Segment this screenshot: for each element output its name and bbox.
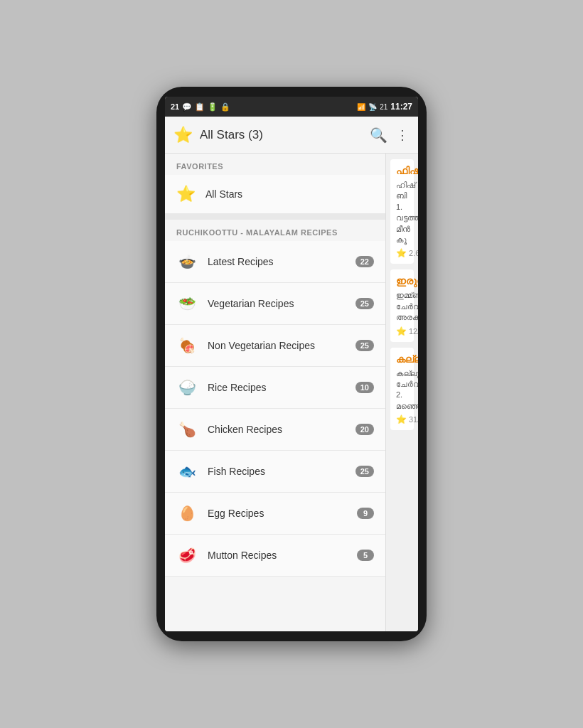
rice-label: Rice Recipes [208, 382, 355, 393]
status-bar: 21 💬 📋 🔋 🔒 📶 📡 21 11:27 [165, 97, 418, 117]
side-card-1-text: ഇമ്മ്ണ്ചേർവക്അരക്കി [396, 290, 408, 323]
rating-star-2: ⭐ [396, 414, 407, 424]
rating-value-2: 31/10 [409, 415, 418, 424]
navigation-drawer: FAVORITES ⭐ All Stars RUCHIKOOTTU - MALA… [165, 154, 385, 631]
mutton-badge: 5 [357, 550, 374, 561]
vegetarian-badge: 25 [355, 298, 374, 309]
side-card-1-rating: ⭐ 12/12 [396, 326, 408, 336]
nav-item-chicken[interactable]: 🍗 Chicken Recipes 20 [165, 409, 385, 451]
nonveg-label: Non Vegetarian Recipes [208, 340, 355, 351]
side-card-1[interactable]: ഇരുന് ഇമ്മ്ണ്ചേർവക്അരക്കി ⭐ 12/12 [390, 269, 414, 341]
wifi-icon: 📶 [357, 103, 365, 111]
latest-label: Latest Recipes [208, 256, 355, 267]
chicken-icon: 🍗 [176, 419, 198, 440]
nonveg-badge: 25 [355, 340, 374, 351]
section-divider [165, 214, 385, 220]
msg-icon: 📋 [195, 102, 205, 112]
phone-device: 21 💬 📋 🔋 🔒 📶 📡 21 11:27 ⭐ All Stars (3) … [156, 87, 427, 641]
side-card-2-title: കല്ലും [396, 353, 408, 365]
nav-item-egg[interactable]: 🥚 Egg Recipes 9 [165, 493, 385, 535]
side-card-2-text: കല്ലുമ്മചേർവക്2. മഞ്ഞൊ [396, 368, 408, 412]
rice-icon: 🍚 [176, 377, 198, 398]
more-button[interactable]: ⋮ [396, 127, 410, 143]
nav-item-nonveg[interactable]: 🍖 Non Vegetarian Recipes 25 [165, 325, 385, 367]
all-stars-item[interactable]: ⭐ All Stars [165, 175, 385, 214]
vegetarian-label: Vegetarian Recipes [208, 298, 355, 309]
side-card-0-text: ഹിഷ് ബി1. വട്ടത്ത്മീൻ കൂ [396, 180, 408, 245]
chicken-label: Chicken Recipes [208, 424, 355, 435]
nav-item-fish[interactable]: 🐟 Fish Recipes 25 [165, 451, 385, 493]
rating-star-0: ⭐ [396, 248, 407, 258]
all-stars-icon: ⭐ [176, 185, 196, 203]
side-card-2[interactable]: കല്ലും കല്ലുമ്മചേർവക്2. മഞ്ഞൊ ⭐ 31/10 [390, 348, 414, 431]
fish-label: Fish Recipes [208, 466, 355, 477]
side-card-2-rating: ⭐ 31/10 [396, 414, 408, 424]
favorites-header: FAVORITES [165, 154, 385, 175]
phone-screen: 21 💬 📋 🔋 🔒 📶 📡 21 11:27 ⭐ All Stars (3) … [165, 97, 418, 631]
nav-item-vegetarian[interactable]: 🥗 Vegetarian Recipes 25 [165, 283, 385, 325]
fish-badge: 25 [355, 466, 374, 477]
latest-badge: 22 [355, 256, 374, 267]
status-right: 📶 📡 21 11:27 [357, 102, 412, 112]
latest-icon: 🍲 [176, 251, 198, 272]
mutton-label: Mutton Recipes [208, 550, 357, 561]
side-card-0-rating: ⭐ 2.6/1 [396, 248, 408, 258]
rating-value-0: 2.6/1 [409, 249, 418, 257]
side-card-0[interactable]: ഫിഷ് ഹിഷ് ബി1. വട്ടത്ത്മീൻ കൂ ⭐ 2.6/1 [390, 159, 414, 264]
status-left: 21 💬 📋 🔋 🔒 [171, 102, 230, 112]
app-title: All Stars (3) [200, 128, 370, 142]
all-stars-label: All Stars [205, 188, 242, 200]
mutton-icon: 🥩 [176, 545, 198, 566]
side-card-1-title: ഇരുന് [396, 275, 408, 287]
nav-item-mutton[interactable]: 🥩 Mutton Recipes 5 [165, 535, 385, 577]
content-area: FAVORITES ⭐ All Stars RUCHIKOOTTU - MALA… [165, 154, 418, 631]
battery-pct: 21 [380, 103, 387, 111]
side-card-0-title: ഫിഷ് [396, 165, 408, 177]
battery-icon: 🔋 [208, 102, 218, 112]
side-panel: ഫിഷ് ഹിഷ് ബി1. വട്ടത്ത്മീൻ കൂ ⭐ 2.6/1 ഇര… [385, 154, 418, 631]
whatsapp-icon: 💬 [182, 102, 192, 112]
star-icon: ⭐ [173, 126, 193, 144]
app-bar: ⭐ All Stars (3) 🔍 ⋮ [165, 117, 418, 154]
vegetarian-icon: 🥗 [176, 293, 198, 314]
nonveg-icon: 🍖 [176, 335, 198, 356]
nav-item-rice[interactable]: 🍚 Rice Recipes 10 [165, 367, 385, 409]
lock-icon: 🔒 [220, 102, 230, 112]
recipes-section-header: RUCHIKOOTTU - MALAYALAM RECIPES [165, 220, 385, 241]
egg-label: Egg Recipes [208, 508, 357, 519]
chicken-badge: 20 [355, 424, 374, 435]
notification-number: 21 [171, 102, 179, 111]
rating-star-1: ⭐ [396, 326, 407, 336]
egg-icon: 🥚 [176, 503, 198, 524]
rating-value-1: 12/12 [409, 327, 418, 336]
clock: 11:27 [390, 102, 412, 112]
search-button[interactable]: 🔍 [370, 127, 387, 144]
egg-badge: 9 [357, 508, 374, 519]
fish-icon: 🐟 [176, 461, 198, 482]
nav-item-latest[interactable]: 🍲 Latest Recipes 22 [165, 241, 385, 283]
rice-badge: 10 [355, 382, 374, 393]
signal-icon: 📡 [368, 103, 377, 111]
